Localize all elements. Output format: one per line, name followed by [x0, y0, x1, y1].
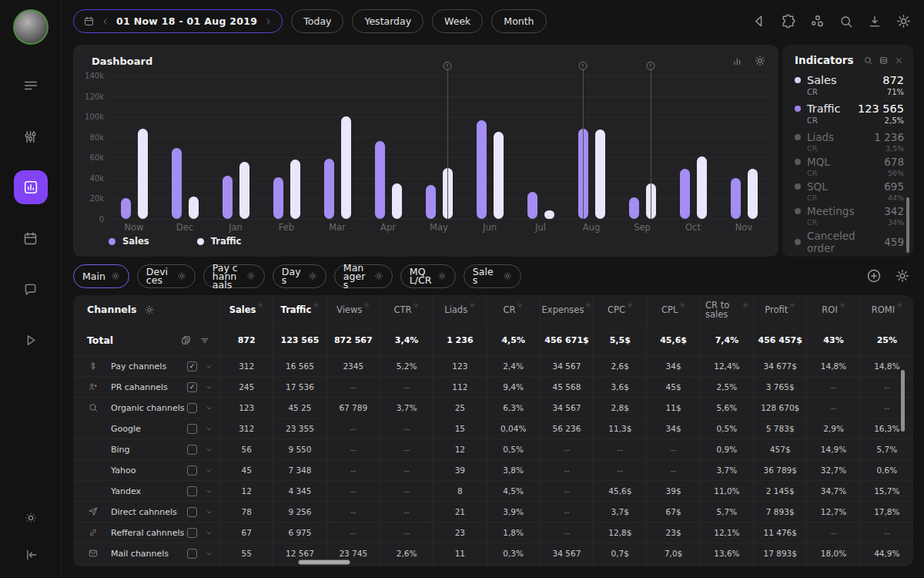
chevron-down-icon[interactable]: [205, 466, 213, 475]
column-settings-icon[interactable]: [742, 302, 748, 308]
row-checkbox[interactable]: [187, 424, 197, 434]
search-icon[interactable]: [839, 13, 854, 29]
chip-settings-icon[interactable]: [111, 271, 120, 281]
row-checkbox[interactable]: [187, 465, 197, 476]
indicator-sales[interactable]: Sales 872 CR71%: [795, 74, 904, 96]
filter-chip-pay-channaals[interactable]: Pay channaals: [203, 264, 265, 288]
play-icon[interactable]: [14, 323, 48, 357]
sidebar-item-dashboard[interactable]: [14, 170, 48, 204]
quick-button-yestarday[interactable]: Yestarday: [352, 9, 424, 33]
table-row-pay-channels[interactable]: Pay channels ✓ 31216 56523455,2%1232,4%3…: [73, 355, 913, 376]
chevron-down-icon[interactable]: [205, 362, 213, 371]
column-settings-icon[interactable]: [257, 302, 263, 308]
table-row-refferal-cahnnels[interactable]: Refferal cahnnels 676 975----231,8%--12,…: [73, 522, 913, 543]
annotation-marker-may[interactable]: !: [447, 66, 448, 219]
row-checkbox[interactable]: ✓: [187, 382, 197, 392]
quick-button-month[interactable]: Month: [491, 9, 546, 33]
column-header-liads[interactable]: Liads: [433, 295, 486, 324]
chevron-down-icon[interactable]: [205, 549, 213, 558]
indicator-traffic[interactable]: Traffic 123 565 CR2,5%: [795, 102, 904, 125]
row-checkbox[interactable]: [187, 528, 197, 538]
quick-button-today[interactable]: Today: [291, 9, 343, 33]
column-header-ctr[interactable]: CTR: [380, 295, 433, 324]
table-horizontal-scrollbar[interactable]: [298, 560, 350, 565]
indicator-meetings[interactable]: Meetings 342 CR34%: [795, 205, 904, 227]
chevron-down-icon[interactable]: [205, 508, 213, 516]
column-header-views[interactable]: Views: [326, 295, 380, 324]
chip-settings-icon[interactable]: [177, 271, 186, 281]
sliders-icon[interactable]: [14, 119, 48, 153]
table-row-yahoo[interactable]: Yahoo 457 348----393,8%------3,7%36 789$…: [73, 459, 913, 480]
column-settings-icon[interactable]: [363, 302, 370, 308]
indicator-liads[interactable]: Liads 1 236 CR3,5%: [795, 131, 904, 153]
column-settings-icon[interactable]: [627, 302, 633, 308]
column-settings-icon[interactable]: [679, 302, 685, 308]
legend-traffic[interactable]: Traffic: [197, 236, 242, 247]
table-vertical-scrollbar[interactable]: [901, 370, 905, 432]
theme-toggle-icon[interactable]: [14, 501, 48, 535]
indicators-close-icon[interactable]: [894, 55, 904, 66]
legend-sales[interactable]: Sales: [109, 236, 149, 247]
column-header-sales[interactable]: Sales: [219, 295, 273, 324]
row-checkbox[interactable]: [187, 486, 197, 496]
column-settings-icon[interactable]: [517, 302, 523, 308]
row-checkbox[interactable]: ✓: [187, 361, 197, 371]
chip-settings-icon[interactable]: [437, 271, 447, 281]
indicators-grid-icon[interactable]: [879, 55, 889, 66]
settings-icon[interactable]: [896, 13, 912, 29]
table-row-total[interactable]: Total 2872123 565872 5673,4%1 2364,5%456…: [73, 324, 913, 355]
chip-settings-icon[interactable]: [308, 271, 317, 281]
date-range-picker[interactable]: 01 Now 18 - 01 Aug 2019: [73, 9, 283, 33]
chart-settings-icon[interactable]: [754, 55, 766, 67]
next-period-icon[interactable]: [263, 17, 273, 26]
indicators-search-icon[interactable]: [863, 55, 873, 66]
row-checkbox[interactable]: [187, 445, 197, 455]
column-settings-icon[interactable]: [585, 302, 591, 308]
menu-icon[interactable]: [14, 69, 48, 102]
table-row-pr-cahannels[interactable]: PR cahannels ✓ 24517 536----1129,4%45 56…: [73, 376, 913, 397]
chevron-down-icon[interactable]: [205, 487, 213, 496]
filter-chip-devices[interactable]: Devices: [137, 264, 196, 288]
table-row-mail-channels[interactable]: Mail channels 5512 56723 7452,6%110,3%34…: [73, 543, 913, 563]
table-row-direct-cahnnels[interactable]: Direct cahnnels 789 256----213,9%--3,7$6…: [73, 501, 913, 522]
row-checkbox[interactable]: [187, 507, 197, 517]
column-settings-icon[interactable]: [413, 302, 419, 308]
collapse-sidebar-icon[interactable]: [14, 538, 48, 572]
chip-settings-icon[interactable]: [374, 271, 383, 281]
avatar[interactable]: [13, 9, 49, 45]
indicator-canceled-order[interactable]: Canceled order 459 CR23%: [795, 230, 904, 257]
chevron-down-icon[interactable]: [205, 445, 213, 454]
column-settings-icon[interactable]: [789, 302, 795, 308]
table-row-organic-channels[interactable]: Organic channels 12345 2567 7893,7%256,3…: [73, 397, 913, 418]
puzzle-icon[interactable]: [780, 13, 796, 29]
column-header-cr-to-sales[interactable]: CR to sales: [700, 295, 753, 324]
column-header-traffic[interactable]: Traffic: [273, 295, 326, 324]
column-header-profit[interactable]: Profit: [753, 295, 806, 324]
column-header-expenses[interactable]: Expenses: [540, 295, 594, 324]
table-row-other[interactable]: Other 124 7861 6482,9%140,8%34 5672,4$4,…: [73, 563, 913, 566]
chevron-down-icon[interactable]: [205, 404, 213, 412]
column-header-roi[interactable]: ROI: [806, 295, 859, 324]
filter-chip-sales[interactable]: Sales: [464, 264, 521, 288]
column-header-cpl[interactable]: CPL: [647, 295, 700, 324]
filter-chip-mql-cr[interactable]: MQL/CR: [400, 264, 456, 288]
column-settings-icon[interactable]: [469, 302, 475, 308]
bar-type-icon[interactable]: [732, 55, 744, 67]
column-settings-icon[interactable]: [896, 302, 902, 308]
chip-settings-icon[interactable]: [503, 271, 512, 281]
indicator-sql[interactable]: SQL 695 CR44%: [795, 180, 904, 202]
column-header-cpc[interactable]: CPC: [593, 295, 646, 324]
column-settings-icon[interactable]: [839, 302, 845, 308]
add-filter-icon[interactable]: [865, 267, 882, 284]
chat-icon[interactable]: [14, 272, 48, 306]
chevron-down-icon[interactable]: [205, 529, 213, 537]
quick-button-week[interactable]: Week: [432, 9, 483, 33]
indicators-scrollbar[interactable]: [906, 197, 909, 253]
row-checkbox[interactable]: [187, 403, 197, 413]
layers-icon[interactable]: 2: [180, 334, 192, 346]
table-row-google[interactable]: Google 31223 355----150,04%56 23611,3$34…: [73, 418, 913, 439]
annotation-marker-aug[interactable]: !: [583, 66, 584, 219]
funnel-icon[interactable]: [199, 335, 210, 346]
filter-chip-days[interactable]: Days: [273, 264, 326, 288]
chevron-down-icon[interactable]: [205, 425, 213, 433]
